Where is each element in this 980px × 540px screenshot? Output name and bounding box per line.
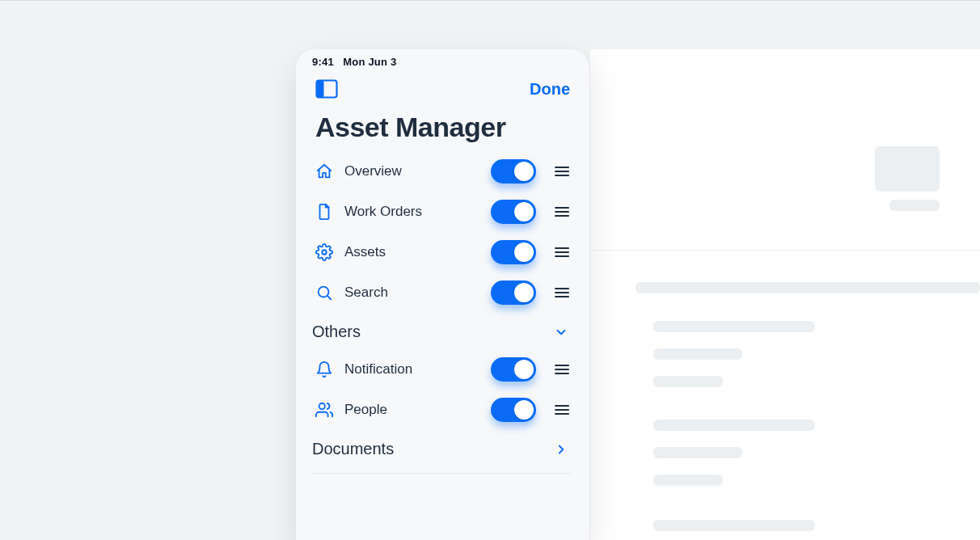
row-label: Overview xyxy=(344,163,479,179)
skeleton-block xyxy=(889,200,940,211)
svg-line-13 xyxy=(327,296,331,299)
row-label: Notification xyxy=(344,361,479,378)
toggle-notification[interactable] xyxy=(491,357,536,382)
status-time: 9:41 xyxy=(312,56,334,68)
skeleton-line xyxy=(653,348,742,360)
drag-handle-icon[interactable] xyxy=(554,163,570,179)
skeleton-line xyxy=(653,475,723,486)
panel-header: Done xyxy=(296,68,589,105)
skeleton-line xyxy=(653,520,815,531)
people-icon xyxy=(315,401,333,419)
row-search: Search xyxy=(307,272,578,313)
svg-point-20 xyxy=(319,403,325,409)
toggle-people[interactable] xyxy=(491,398,536,422)
drag-handle-icon[interactable] xyxy=(554,204,570,220)
home-icon xyxy=(315,162,333,180)
skeleton-line xyxy=(653,321,815,332)
row-label: Work Orders xyxy=(344,204,479,220)
chevron-down-icon[interactable] xyxy=(552,323,570,341)
chevron-right-icon[interactable] xyxy=(552,441,570,458)
skeleton-line xyxy=(653,447,742,458)
clipboard-icon xyxy=(315,203,333,221)
done-button[interactable]: Done xyxy=(530,80,570,99)
drag-handle-icon[interactable] xyxy=(554,285,570,301)
row-assets: Assets xyxy=(307,232,578,272)
drag-handle-icon[interactable] xyxy=(554,244,570,260)
skeleton-line xyxy=(653,420,815,431)
row-label: Search xyxy=(344,285,479,301)
section-others[interactable]: Others xyxy=(307,313,578,349)
gear-icon xyxy=(315,243,333,261)
row-overview: Overview xyxy=(307,151,578,192)
drag-handle-icon[interactable] xyxy=(554,402,570,418)
svg-rect-1 xyxy=(317,81,324,98)
drag-handle-icon[interactable] xyxy=(554,361,570,378)
row-people: People xyxy=(307,390,578,430)
search-icon xyxy=(315,284,333,302)
row-notification: Notification xyxy=(307,349,578,390)
row-label: Assets xyxy=(344,244,479,260)
skeleton-line xyxy=(653,376,723,387)
skeleton-divider xyxy=(590,250,980,251)
skeleton-line xyxy=(636,282,980,293)
status-date: Mon Jun 3 xyxy=(343,56,396,68)
skeleton-block xyxy=(875,146,940,192)
sidebar-panel: 9:41 Mon Jun 3 Done Asset Manager Overvi… xyxy=(296,49,590,540)
toggle-search[interactable] xyxy=(491,281,536,305)
page-title: Asset Manager xyxy=(296,105,589,151)
toggle-work-orders[interactable] xyxy=(491,200,536,224)
toggle-overview[interactable] xyxy=(491,159,536,184)
status-bar: 9:41 Mon Jun 3 xyxy=(296,49,589,68)
section-title: Others xyxy=(312,323,361,341)
sidebar-icon[interactable] xyxy=(315,78,338,100)
section-divider xyxy=(312,473,570,474)
section-documents[interactable]: Documents xyxy=(307,430,578,466)
section-title: Documents xyxy=(312,440,394,458)
bell-icon xyxy=(315,361,333,378)
svg-point-8 xyxy=(322,250,327,255)
settings-list: Overview Work Orders xyxy=(296,151,589,474)
stage: 9:41 Mon Jun 3 Done Asset Manager Overvi… xyxy=(0,0,980,540)
row-label: People xyxy=(344,402,479,418)
toggle-assets[interactable] xyxy=(491,240,536,264)
row-work-orders: Work Orders xyxy=(307,192,578,232)
content-skeleton xyxy=(590,49,980,540)
